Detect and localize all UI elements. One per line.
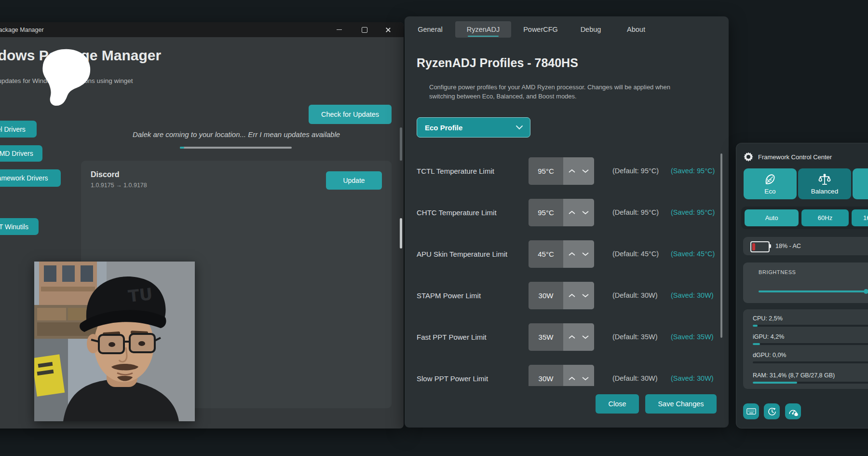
value-stepper: 45°C <box>529 240 594 268</box>
chevron-up-icon <box>568 376 576 381</box>
saved-value: (Saved: 30W) <box>671 282 714 309</box>
igpu-usage-bar <box>753 343 868 345</box>
stepper-down-button[interactable] <box>580 248 591 261</box>
tab-ryzenadj[interactable]: RyzenADJ <box>455 21 511 38</box>
value-stepper: 95°C <box>529 157 594 185</box>
stepper-up-button[interactable] <box>567 248 577 261</box>
stepper-down-button[interactable] <box>580 331 591 344</box>
chevron-up-icon <box>568 335 576 339</box>
intel-drivers-button[interactable]: Intel Drivers <box>0 121 37 138</box>
stepper-up-button[interactable] <box>567 207 577 219</box>
chevron-up-icon <box>568 210 576 215</box>
chevron-down-icon <box>582 376 589 381</box>
saved-value: (Saved: 45°C) <box>671 240 715 268</box>
settings-scrollbar[interactable] <box>720 153 722 338</box>
cpu-usage-label: CPU: 2,5% <box>753 315 783 322</box>
save-changes-button[interactable]: Save Changes <box>645 394 717 414</box>
refresh-60hz-button[interactable]: 60Hz <box>801 209 849 226</box>
refresh-auto-button[interactable]: Auto <box>745 209 799 226</box>
system-stats-card: CPU: 2,5% iGPU: 4,2% dGPU: 0,0% RAM: 31,… <box>743 309 868 389</box>
setting-row: TCTL Temperature Limit 95°C (Default: 95… <box>417 157 718 185</box>
framework-control-center-panel: Framework Control Center Eco Balanced <box>736 143 868 428</box>
brightness-label: BRIGHTNESS <box>759 269 796 275</box>
section-title: RyzenADJ Profiles - 7840HS <box>417 56 578 70</box>
battery-icon <box>750 241 770 252</box>
stepper-down-button[interactable] <box>580 165 591 178</box>
close-button[interactable] <box>377 22 400 37</box>
saved-value: (Saved: 30W) <box>671 365 714 386</box>
chevron-down-icon <box>582 335 589 339</box>
brightness-thumb[interactable] <box>864 289 868 294</box>
refresh-rate-group: Auto 60Hz 165Hz <box>741 207 868 229</box>
battery-card: 18% - AC <box>743 237 868 255</box>
scales-icon <box>818 173 831 186</box>
stepper-up-button[interactable] <box>567 165 577 178</box>
stepper-up-button[interactable] <box>567 373 577 385</box>
update-progress-fill <box>180 147 184 149</box>
tab-debug[interactable]: Debug <box>573 21 608 38</box>
setting-row: STAPM Power Limit 30W (Default: 30W) (Sa… <box>417 282 718 309</box>
stepper-up-button[interactable] <box>567 331 577 344</box>
leaf-icon <box>764 173 776 186</box>
titlebar[interactable]: Windows Package Manager <box>0 22 404 37</box>
maximize-button[interactable] <box>353 22 376 37</box>
brightness-slider[interactable] <box>759 290 868 292</box>
balanced-mode-button[interactable]: Balanced <box>798 168 851 199</box>
update-button[interactable]: Update <box>326 171 382 190</box>
eco-mode-button[interactable]: Eco <box>744 168 797 199</box>
webcam-overlay: TU <box>34 262 195 421</box>
section-description: Configure power profiles for your AMD Ry… <box>429 83 670 91</box>
stepper-down-button[interactable] <box>580 290 591 302</box>
window-title: Windows Package Manager <box>0 27 44 33</box>
boost-mode-button-partial[interactable] <box>853 168 868 199</box>
package-version-change: 1.0.9175 → 1.0.9178 <box>91 182 147 189</box>
saved-value: (Saved: 95°C) <box>671 199 715 226</box>
battery-fill <box>752 243 755 250</box>
value-stepper: 30W <box>529 365 594 386</box>
white-blob-overlay <box>37 49 91 107</box>
desktop: Windows Package Manager Windows Package … <box>0 0 868 456</box>
chevron-down-icon <box>582 293 589 298</box>
framework-drivers-button[interactable]: Framework Drivers <box>0 169 61 187</box>
stepper-up-button[interactable] <box>567 290 577 302</box>
stepper-down-button[interactable] <box>580 373 591 385</box>
clock-history-icon <box>767 407 777 416</box>
update-progress-bar <box>180 147 292 149</box>
setting-row: Fast PPT Power Limit 35W (Default: 35W) … <box>417 323 718 351</box>
close-icon <box>385 27 391 33</box>
cpu-usage-bar <box>753 325 868 327</box>
minimize-icon <box>337 29 342 30</box>
update-check-button[interactable] <box>764 403 780 419</box>
tab-powercfg[interactable]: PowerCFG <box>516 21 565 38</box>
check-for-updates-button[interactable]: Check for Updates <box>309 105 392 124</box>
close-dialog-button[interactable]: Close <box>596 394 639 414</box>
default-value: (Default: 95°C) <box>612 157 659 185</box>
value-stepper: 35W <box>529 323 594 351</box>
section-description: switching between Eco, Balanced, and Boo… <box>429 93 577 100</box>
ctt-winutils-button[interactable]: CTT Winutils <box>0 218 39 235</box>
keyboard-button[interactable] <box>743 403 759 419</box>
chevron-up-icon <box>568 293 576 298</box>
svg-text:TU: TU <box>127 284 154 306</box>
value-stepper: 30W <box>529 282 594 309</box>
amd-drivers-button[interactable]: AMD Drivers <box>0 145 42 162</box>
chevron-up-icon <box>568 252 576 256</box>
saved-value: (Saved: 35W) <box>671 323 714 351</box>
panel-header: Framework Control Center <box>743 152 832 162</box>
setting-row: CHTC Temperature Limit 95°C (Default: 95… <box>417 199 718 226</box>
scrollbar-thumb[interactable] <box>400 127 402 161</box>
dgpu-usage-label: dGPU: 0,0% <box>753 352 786 359</box>
tab-general[interactable]: General <box>408 21 452 38</box>
minimize-button[interactable] <box>327 22 351 37</box>
chevron-up-icon <box>568 169 576 173</box>
performance-settings-button[interactable] <box>785 403 801 419</box>
update-status-text: Dalek are coming to your location... Err… <box>108 130 364 138</box>
profile-dropdown[interactable]: Eco Profile <box>417 117 530 138</box>
dgpu-usage-bar <box>753 361 868 363</box>
tab-about[interactable]: About <box>617 21 655 38</box>
battery-status-text: 18% - AC <box>775 237 801 255</box>
scrollbar-thumb[interactable] <box>400 218 402 249</box>
chevron-down-icon <box>582 169 589 173</box>
refresh-165hz-button-partial[interactable]: 165Hz <box>852 209 868 226</box>
stepper-down-button[interactable] <box>580 207 591 219</box>
